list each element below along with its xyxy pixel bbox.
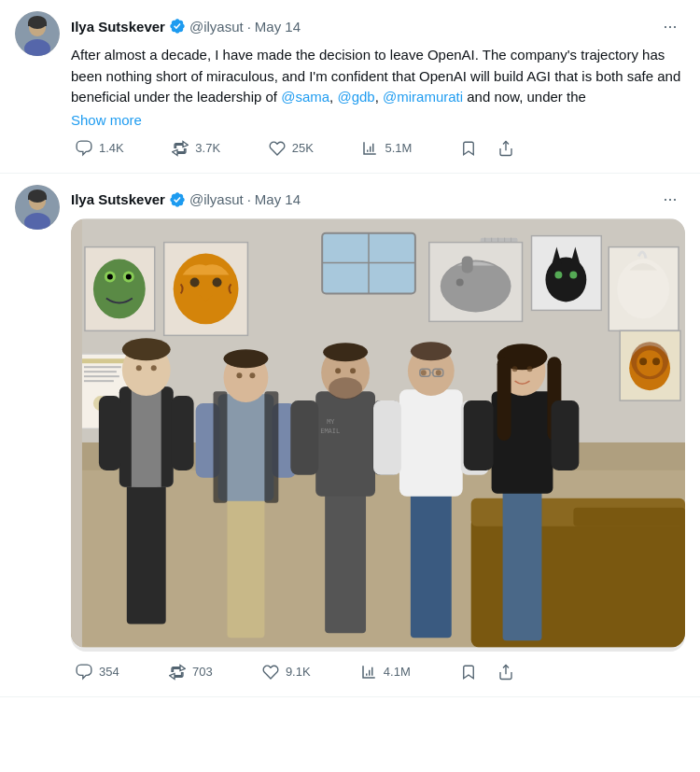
svg-rect-111 — [497, 357, 511, 441]
svg-rect-105 — [373, 400, 401, 475]
more-options-1[interactable]: ··· — [655, 11, 685, 41]
share-action-1[interactable] — [493, 135, 519, 161]
svg-rect-55 — [84, 375, 119, 377]
svg-rect-73 — [99, 396, 121, 470]
avatar-2[interactable] — [15, 185, 60, 230]
like-action-2[interactable]: 9.1K — [258, 659, 315, 685]
username-1: @ilyasut — [189, 19, 244, 35]
svg-point-31 — [213, 277, 222, 287]
svg-rect-53 — [84, 366, 121, 368]
svg-point-40 — [554, 271, 562, 278]
actions-right-2 — [455, 659, 519, 685]
svg-point-23 — [93, 259, 146, 318]
svg-rect-94 — [290, 400, 318, 475]
svg-rect-4 — [28, 22, 47, 26]
svg-rect-75 — [227, 493, 264, 638]
tweet-date-2: May 14 — [255, 191, 301, 207]
svg-point-114 — [527, 366, 533, 372]
svg-rect-83 — [214, 391, 228, 503]
share-icon-2 — [497, 663, 515, 681]
tweet-2-header-left: Ilya Sutskever @ilyasut · May 14 — [71, 191, 301, 208]
views-action-2[interactable]: 4.1M — [356, 659, 414, 685]
tweet-1-actions: 1.4K 3.7K 25K — [71, 135, 519, 161]
svg-rect-86 — [315, 391, 375, 497]
svg-point-27 — [126, 274, 132, 279]
svg-rect-54 — [84, 371, 117, 372]
svg-rect-96 — [411, 488, 452, 638]
views-count-1: 5.1M — [385, 141, 412, 155]
verified-icon-2 — [169, 191, 186, 208]
username-2: @ilyasut — [189, 191, 244, 207]
reply-action-1[interactable]: 1.4K — [71, 135, 128, 161]
svg-rect-97 — [399, 389, 463, 497]
bookmark-icon-2 — [459, 663, 478, 681]
svg-point-103 — [421, 370, 427, 375]
tweet-2-actions: 354 703 9.1K — [71, 659, 519, 685]
svg-point-113 — [512, 366, 518, 372]
tweet-1-header: Ilya Sutskever @ilyasut · May 14 ··· — [71, 11, 685, 41]
tweet-2: Ilya Sutskever @ilyasut · May 14 ··· — [0, 174, 700, 697]
reply-action-2[interactable]: 354 — [71, 659, 123, 685]
svg-point-26 — [107, 274, 113, 279]
tweet-image[interactable]: MY EMAIL — [71, 218, 685, 652]
svg-rect-115 — [464, 400, 494, 470]
svg-rect-107 — [503, 486, 542, 640]
like-icon-2 — [261, 663, 280, 681]
svg-rect-116 — [551, 400, 579, 470]
retweet-count-2: 703 — [192, 665, 213, 679]
svg-point-71 — [136, 365, 142, 371]
tweet-1-body: Ilya Sutskever @ilyasut · May 14 ··· Aft… — [71, 11, 685, 161]
reply-count-2: 354 — [99, 665, 119, 679]
svg-point-49 — [639, 358, 647, 365]
share-action-2[interactable] — [493, 659, 519, 685]
views-action-1[interactable]: 5.1M — [357, 135, 415, 161]
svg-point-70 — [122, 338, 171, 360]
retweet-icon-2 — [168, 663, 187, 681]
group-photo-svg: MY EMAIL — [71, 218, 685, 648]
avatar-1[interactable] — [15, 11, 60, 56]
svg-rect-10 — [28, 196, 47, 200]
display-name-2: Ilya Sutskever — [71, 191, 165, 207]
dot-separator-2: · — [247, 191, 251, 207]
retweet-action-1[interactable]: 3.7K — [167, 135, 224, 161]
mention-miramurati[interactable]: @miramurati — [383, 89, 463, 105]
more-options-2[interactable]: ··· — [655, 185, 685, 215]
verified-icon-1 — [169, 18, 186, 35]
retweet-count-1: 3.7K — [195, 141, 220, 155]
svg-point-33 — [441, 260, 511, 312]
reply-count-1: 1.4K — [99, 141, 124, 155]
svg-rect-60 — [71, 218, 82, 647]
bookmark-action-2[interactable] — [455, 659, 482, 685]
like-action-1[interactable]: 25K — [264, 135, 317, 161]
svg-rect-68 — [132, 386, 161, 487]
svg-point-41 — [569, 271, 577, 278]
views-count-2: 4.1M — [384, 665, 411, 679]
svg-point-37 — [545, 257, 586, 302]
svg-point-104 — [436, 370, 441, 375]
views-icon-2 — [359, 663, 378, 681]
svg-point-91 — [323, 343, 368, 361]
mention-sama[interactable]: @sama — [281, 89, 329, 105]
svg-text:MY: MY — [327, 418, 335, 426]
dot-separator-1: · — [247, 19, 251, 35]
svg-point-93 — [350, 368, 356, 373]
svg-point-79 — [236, 372, 242, 378]
tweet-2-header: Ilya Sutskever @ilyasut · May 14 ··· — [71, 185, 685, 215]
like-icon-1 — [268, 139, 287, 158]
mention-gdb[interactable]: @gdb — [337, 89, 374, 105]
svg-point-80 — [249, 372, 255, 378]
svg-rect-85 — [325, 488, 366, 633]
svg-point-35 — [456, 278, 464, 286]
show-more-link[interactable]: Show more — [71, 112, 685, 128]
tweet-1-header-left: Ilya Sutskever @ilyasut · May 14 — [71, 18, 301, 35]
retweet-action-2[interactable]: 703 — [164, 659, 217, 685]
bookmark-action-1[interactable] — [455, 135, 482, 161]
tweet-1-text: After almost a decade, I have made the d… — [71, 45, 685, 108]
svg-point-90 — [329, 377, 362, 400]
svg-rect-52 — [82, 358, 126, 363]
svg-point-99 — [411, 342, 452, 360]
svg-rect-64 — [127, 479, 166, 624]
display-name-1: Ilya Sutskever — [71, 19, 165, 35]
share-icon-1 — [497, 139, 515, 158]
tweet-1: Ilya Sutskever @ilyasut · May 14 ··· Aft… — [0, 0, 700, 174]
